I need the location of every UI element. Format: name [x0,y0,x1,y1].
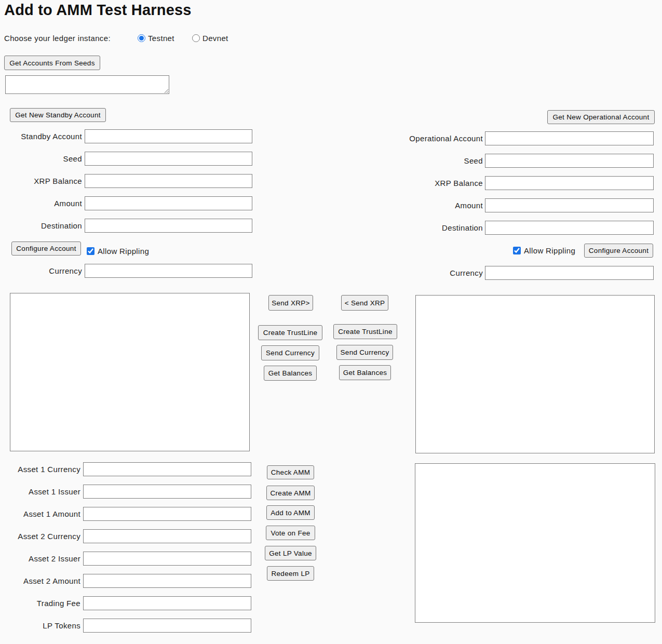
operational-seed-input[interactable] [485,154,654,168]
devnet-radio[interactable] [192,34,200,42]
testnet-radio-label[interactable]: Testnet [148,31,174,45]
get-lp-value-button[interactable]: Get LP Value [265,546,316,560]
operational-xrp-balance-label: XRP Balance [435,176,483,190]
standby-xrp-balance-input[interactable] [85,174,252,188]
asset1-issuer-label: Asset 1 Issuer [29,485,80,499]
devnet-radio-label[interactable]: Devnet [202,31,228,45]
operational-send-currency-button[interactable]: Send Currency [336,345,393,360]
asset2-currency-input[interactable] [83,529,251,543]
standby-destination-input[interactable] [85,219,252,233]
standby-send-xrp-button[interactable]: Send XRP> [268,295,313,311]
operational-seed-label: Seed [464,154,483,168]
seeds-textarea[interactable] [5,75,169,94]
standby-account-label: Standby Account [21,129,82,143]
standby-currency-label: Currency [49,264,82,278]
page-title: Add to AMM Test Harness [4,2,192,19]
asset1-currency-input[interactable] [83,462,251,476]
operational-amount-label: Amount [455,198,483,212]
vote-on-fee-button[interactable]: Vote on Fee [266,526,315,540]
standby-allow-rippling-label: Allow Rippling [98,244,149,258]
operational-results-textarea[interactable] [415,295,655,453]
asset2-amount-input[interactable] [83,574,251,588]
asset1-amount-input[interactable] [83,507,251,521]
standby-destination-label: Destination [41,219,82,233]
operational-get-balances-button[interactable]: Get Balances [339,365,391,380]
get-new-standby-account-button[interactable]: Get New Standby Account [10,108,106,122]
standby-xrp-balance-label: XRP Balance [34,174,82,188]
operational-destination-label: Destination [442,221,483,235]
standby-send-currency-button[interactable]: Send Currency [261,345,319,360]
standby-allow-rippling-checkbox[interactable] [87,247,94,255]
add-to-amm-button[interactable]: Add to AMM [266,505,315,520]
operational-destination-input[interactable] [485,221,654,235]
trading-fee-label: Trading Fee [37,596,80,610]
amm-test-harness-page: Add to AMM Test Harness Choose your ledg… [0,0,662,644]
standby-currency-input[interactable] [85,264,252,278]
check-amm-button[interactable]: Check AMM [267,465,314,479]
standby-amount-label: Amount [54,196,82,210]
asset1-issuer-input[interactable] [83,485,251,499]
operational-currency-label: Currency [450,266,483,280]
operational-configure-account-button[interactable]: Configure Account [584,244,653,258]
asset1-currency-label: Asset 1 Currency [18,462,80,476]
standby-seed-input[interactable] [85,152,252,166]
operational-send-xrp-button[interactable]: < Send XRP [341,295,388,311]
trading-fee-input[interactable] [83,596,251,610]
asset2-currency-label: Asset 2 Currency [18,529,80,543]
standby-amount-input[interactable] [85,196,252,210]
get-accounts-from-seeds-button[interactable]: Get Accounts From Seeds [4,56,100,70]
create-amm-button[interactable]: Create AMM [266,486,315,500]
standby-create-trustline-button[interactable]: Create TrustLine [258,325,322,340]
asset2-issuer-label: Asset 2 Issuer [29,552,80,566]
asset2-amount-label: Asset 2 Amount [23,574,80,588]
asset2-issuer-input[interactable] [83,552,251,566]
operational-allow-rippling-label: Allow Rippling [524,244,575,258]
operational-account-label: Operational Account [409,131,483,145]
lp-tokens-input[interactable] [83,619,251,633]
operational-amount-input[interactable] [485,198,654,212]
get-new-operational-account-button[interactable]: Get New Operational Account [547,110,655,124]
operational-currency-input[interactable] [485,266,654,280]
lp-tokens-label: LP Tokens [43,619,80,633]
standby-account-input[interactable] [85,129,252,143]
operational-xrp-balance-input[interactable] [485,176,654,190]
operational-create-trustline-button[interactable]: Create TrustLine [333,324,397,339]
redeem-lp-button[interactable]: Redeem LP [267,566,314,581]
standby-configure-account-button[interactable]: Configure Account [11,242,81,256]
testnet-radio[interactable] [138,34,145,42]
standby-results-textarea[interactable] [10,293,250,451]
operational-allow-rippling-checkbox[interactable] [513,247,521,254]
amm-results-textarea[interactable] [415,463,655,623]
standby-seed-label: Seed [63,152,82,166]
asset1-amount-label: Asset 1 Amount [23,507,80,521]
standby-get-balances-button[interactable]: Get Balances [264,366,317,381]
operational-account-input[interactable] [485,131,654,145]
ledger-instance-label: Choose your ledger instance: [4,31,111,45]
